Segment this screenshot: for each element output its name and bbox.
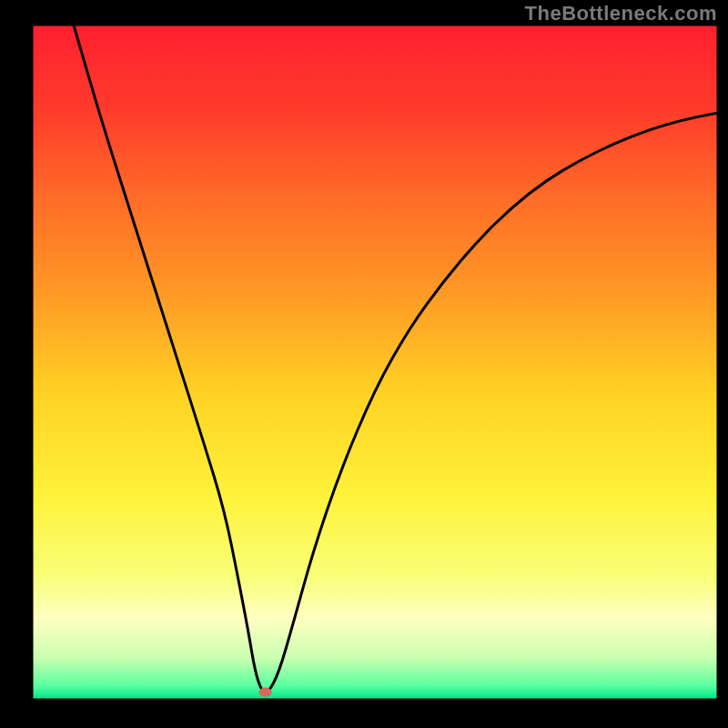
- chart-frame: TheBottleneck.com: [0, 0, 728, 728]
- watermark-text: TheBottleneck.com: [525, 2, 717, 25]
- chart-svg: [0, 0, 728, 728]
- marker-optimal-point: [259, 688, 272, 697]
- plot-background: [33, 25, 717, 699]
